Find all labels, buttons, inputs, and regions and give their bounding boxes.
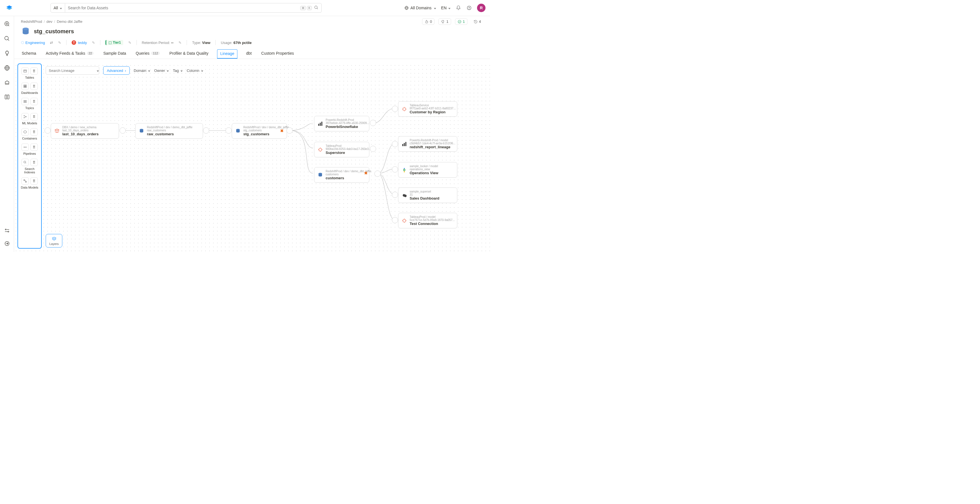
palette-pipelines[interactable]: ⠿Pipelines	[19, 143, 40, 155]
tier-badge[interactable]: ⬚Tier1	[105, 40, 123, 45]
node-last-10-days-orders[interactable]: DBX / demo / new_schemalast_10_days_orde…	[51, 123, 119, 139]
tab-schema[interactable]: Schema	[21, 49, 37, 59]
search-filter-label: All	[54, 6, 58, 10]
node-customers[interactable]: RedshiftProd / dev / demo_dbt_jafflecust…	[314, 167, 369, 183]
port[interactable]	[370, 120, 376, 126]
rail-settings-icon[interactable]	[4, 227, 10, 234]
port[interactable]	[286, 127, 293, 134]
tableau-icon	[401, 218, 407, 224]
filter-tag[interactable]: Tag	[173, 68, 183, 73]
tab-profiler[interactable]: Profiler & Data Quality	[169, 49, 210, 59]
palette-data-models[interactable]: ⠿Data Models	[19, 177, 40, 189]
help-button[interactable]	[466, 5, 472, 11]
port[interactable]	[392, 166, 398, 173]
rail-insights-icon[interactable]	[4, 50, 10, 57]
tab-dbt[interactable]: dbt	[245, 49, 252, 59]
port[interactable]	[392, 141, 398, 147]
palette-topics[interactable]: ⠿Topics	[19, 98, 40, 110]
palette-search-indexes[interactable]: ⠿Search Indexes	[19, 159, 40, 174]
lineage-search-input[interactable]	[49, 68, 96, 73]
user-avatar[interactable]: R	[477, 4, 485, 12]
rail-governance-icon[interactable]	[4, 79, 10, 86]
svg-point-33	[24, 117, 24, 118]
search-group: All ⌘ K	[51, 3, 322, 13]
chevron-right-icon: ›	[125, 68, 126, 73]
port[interactable]	[392, 192, 398, 198]
palette-containers[interactable]: ⠿Containers	[19, 128, 40, 140]
port[interactable]	[226, 127, 232, 134]
search-filter-dropdown[interactable]: All	[51, 3, 65, 13]
tab-lineage[interactable]: Lineage	[217, 49, 237, 59]
superset-icon	[401, 192, 407, 199]
port[interactable]	[392, 106, 398, 112]
type-label: Type:	[192, 41, 201, 45]
node-redshift-report-lineage[interactable]: Powerbi-Redshift-Prod / modelc5bf4b57-1d…	[398, 136, 457, 152]
tab-queries[interactable]: Queries112	[135, 49, 161, 59]
ml-icon	[21, 113, 29, 120]
rail-docs-icon[interactable]	[4, 94, 10, 101]
layers-button[interactable]: Layers	[46, 234, 62, 248]
edit-icon[interactable]: ✎	[92, 41, 95, 45]
node-raw-customers[interactable]: RedshiftProd / dev / demo_dbt_jaffleraw_…	[135, 123, 203, 139]
remove-node-icon[interactable]: ✖	[280, 129, 284, 133]
search-input[interactable]	[68, 6, 299, 10]
node-superstore[interactable]: TableauProd900ba19d-8253-4ab3-ba17-260e3…	[314, 142, 369, 157]
page: RedshiftProd/ dev/ Demo dbt Jaffle 0 1 1…	[14, 16, 490, 252]
app-logo	[5, 4, 13, 12]
node-powerbi-snowflake[interactable]: Powerbi-Redshift-Prod397bebdc-4279-4ffe-…	[314, 116, 369, 131]
port[interactable]	[392, 217, 398, 223]
domains-dropdown[interactable]: All Domains	[404, 6, 436, 10]
history-metric[interactable]: 4	[471, 19, 483, 24]
rail-search-icon[interactable]	[4, 35, 10, 42]
language-dropdown[interactable]: EN	[441, 6, 450, 10]
owner[interactable]: T teddy	[72, 40, 87, 45]
palette-ml-models[interactable]: ⠿ML Models	[19, 113, 40, 125]
domain-link[interactable]: Engineering	[21, 41, 45, 45]
notifications-button[interactable]	[456, 5, 461, 11]
breadcrumb-item[interactable]: dev	[46, 19, 52, 24]
rail-explore-icon[interactable]	[4, 21, 10, 27]
database-icon	[317, 172, 323, 178]
check-circle-icon	[458, 20, 461, 24]
rail-globe-icon[interactable]	[4, 65, 10, 71]
database-icon	[235, 128, 241, 134]
node-stg-customers[interactable]: RedshiftProd / dev / demo_dbt_jafflestg_…	[232, 123, 287, 139]
filter-owner[interactable]: Owner	[154, 68, 169, 73]
tab-custom-properties[interactable]: Custom Properties	[261, 49, 295, 59]
remove-node-icon[interactable]: ✖	[364, 171, 368, 175]
search-icon[interactable]	[314, 5, 318, 11]
tab-sample-data[interactable]: Sample Data	[102, 49, 127, 59]
palette-tables[interactable]: ⠿Tables	[19, 67, 40, 79]
advanced-button[interactable]: Advanced›	[103, 66, 130, 75]
edit-icon[interactable]: ✎	[178, 41, 181, 45]
port[interactable]	[45, 127, 51, 134]
breadcrumb-item[interactable]: RedshiftProd	[21, 19, 42, 24]
edit-icon[interactable]: ✎	[58, 41, 61, 45]
link-icon[interactable]: ⇄	[50, 41, 53, 45]
rail-collapse-icon[interactable]	[4, 240, 10, 247]
filter-column[interactable]: Column	[187, 68, 203, 73]
filter-domain[interactable]: Domain	[134, 68, 150, 73]
node-test-connection[interactable]: TableauProd / model5ce7671e-5d7b-89a9-18…	[398, 213, 457, 228]
tab-activity[interactable]: Activity Feeds & Tasks22	[45, 49, 94, 59]
chevron-down-icon	[148, 68, 150, 73]
node-sales-dashboard[interactable]: sample_superset31Sales Dashboard	[398, 188, 457, 203]
svg-point-18	[8, 231, 9, 232]
table-icon	[21, 67, 29, 75]
svg-point-6	[469, 9, 469, 9]
port[interactable]	[119, 127, 126, 134]
task-metric[interactable]: 1	[455, 18, 468, 25]
lineage-search[interactable]	[46, 66, 99, 75]
palette-dashboards[interactable]: ⠿Dashboards	[19, 83, 40, 94]
port[interactable]	[370, 146, 376, 152]
port[interactable]	[203, 127, 209, 134]
powerbi-icon	[317, 121, 323, 127]
svg-line-1	[317, 8, 318, 9]
like-metric[interactable]: 0	[422, 18, 434, 25]
port[interactable]	[374, 170, 380, 177]
edit-icon[interactable]: ✎	[128, 41, 131, 45]
breadcrumb-item[interactable]: Demo dbt Jaffle	[57, 19, 82, 24]
node-customer-by-region[interactable]: TableauService8f7f1ae0-aeb2-43f7-b311-8a…	[398, 101, 457, 117]
node-operations-view[interactable]: sample_looker / modeloperations_viewOper…	[398, 162, 457, 178]
dislike-metric[interactable]: 1	[438, 18, 451, 25]
